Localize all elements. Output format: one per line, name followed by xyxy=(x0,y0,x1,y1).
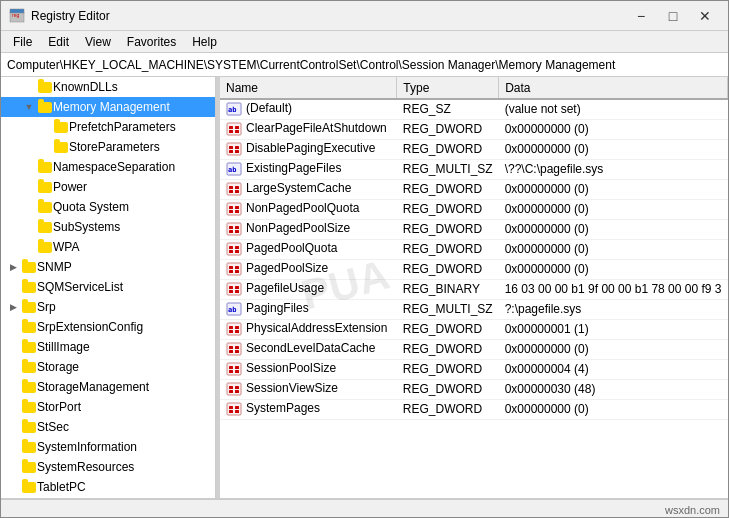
svg-rect-6 xyxy=(229,126,233,129)
tree-label-sysresources: SystemResources xyxy=(37,460,211,474)
tree-item-stillimage[interactable]: StillImage xyxy=(1,337,215,357)
cell-name-0: ab(Default) xyxy=(220,99,397,119)
expand-btn-power xyxy=(21,179,37,195)
svg-rect-5 xyxy=(227,123,241,135)
folder-icon-prefetchparams xyxy=(53,119,69,135)
table-row[interactable]: ab(Default)REG_SZ(value not set) xyxy=(220,99,728,119)
tree-item-stsec[interactable]: StSec xyxy=(1,417,215,437)
folder-icon-snmp xyxy=(21,259,37,275)
col-header-name[interactable]: Name xyxy=(220,77,397,99)
svg-rect-11 xyxy=(229,146,233,149)
tree-item-sysinfo[interactable]: SystemInformation xyxy=(1,437,215,457)
dword-icon xyxy=(226,361,242,377)
table-row[interactable]: PagedPoolQuotaREG_DWORD0x00000000 (0) xyxy=(220,239,728,259)
svg-rect-35 xyxy=(229,250,233,253)
menu-item-view[interactable]: View xyxy=(77,33,119,51)
window-controls[interactable]: − □ ✕ xyxy=(626,4,720,28)
menu-item-file[interactable]: File xyxy=(5,33,40,51)
tree-item-quotasys[interactable]: Quota System xyxy=(1,197,215,217)
minimize-button[interactable]: − xyxy=(626,4,656,28)
tree-item-power[interactable]: Power xyxy=(1,177,215,197)
tree-label-power: Power xyxy=(53,180,211,194)
tree-item-termserver[interactable]: ▶Terminal Server xyxy=(1,497,215,498)
cell-data-15: 0x00000000 (0) xyxy=(499,399,728,419)
col-header-type[interactable]: Type xyxy=(397,77,499,99)
tree-item-storport[interactable]: StorPort xyxy=(1,397,215,417)
cell-name-6: NonPagedPoolSize xyxy=(220,219,397,239)
table-row[interactable]: PagefileUsageREG_BINARY16 03 00 00 b1 9f… xyxy=(220,279,728,299)
cell-data-4: 0x00000000 (0) xyxy=(499,179,728,199)
folder-icon-srpextcfg xyxy=(21,319,37,335)
details-pane[interactable]: Name Type Data ab(Default)REG_SZ(value n… xyxy=(220,77,728,498)
tree-item-storeparams[interactable]: StoreParameters xyxy=(1,137,215,157)
svg-rect-52 xyxy=(229,330,233,333)
expand-btn-sysinfo xyxy=(5,439,21,455)
table-row[interactable]: DisablePagingExecutiveREG_DWORD0x0000000… xyxy=(220,139,728,159)
tree-item-storagemgmt[interactable]: StorageManagement xyxy=(1,377,215,397)
svg-rect-24 xyxy=(235,206,239,209)
table-row[interactable]: SystemPagesREG_DWORD0x00000000 (0) xyxy=(220,399,728,419)
cell-name-2: DisablePagingExecutive xyxy=(220,139,397,159)
table-row[interactable]: abPagingFilesREG_MULTI_SZ?:\pagefile.sys xyxy=(220,299,728,319)
cell-type-10: REG_MULTI_SZ xyxy=(397,299,499,319)
maximize-button[interactable]: □ xyxy=(658,4,688,28)
table-row[interactable]: SecondLevelDataCacheREG_DWORD0x00000000 … xyxy=(220,339,728,359)
svg-rect-38 xyxy=(229,266,233,269)
tree-item-snmp[interactable]: ▶SNMP xyxy=(1,257,215,277)
close-button[interactable]: ✕ xyxy=(690,4,720,28)
col-header-data[interactable]: Data xyxy=(499,77,728,99)
expand-btn-sqmservicelist xyxy=(5,279,21,295)
tree-label-sqmservicelist: SQMServiceList xyxy=(37,280,211,294)
svg-rect-34 xyxy=(235,246,239,249)
cell-data-11: 0x00000001 (1) xyxy=(499,319,728,339)
tree-item-srpextcfg[interactable]: SrpExtensionConfig xyxy=(1,317,215,337)
svg-rect-70 xyxy=(229,406,233,409)
tree-label-srpextcfg: SrpExtensionConfig xyxy=(37,320,211,334)
tree-item-memorymgmt[interactable]: ▼Memory Management xyxy=(1,97,215,117)
cell-data-0: (value not set) xyxy=(499,99,728,119)
table-row[interactable]: ClearPageFileAtShutdownREG_DWORD0x000000… xyxy=(220,119,728,139)
tree-item-tabletpc[interactable]: TabletPC xyxy=(1,477,215,497)
svg-rect-46 xyxy=(235,290,239,293)
cell-type-8: REG_DWORD xyxy=(397,259,499,279)
menu-item-help[interactable]: Help xyxy=(184,33,225,51)
svg-rect-60 xyxy=(229,366,233,369)
tree-item-wpa[interactable]: WPA xyxy=(1,237,215,257)
table-row[interactable]: PagedPoolSizeREG_DWORD0x00000000 (0) xyxy=(220,259,728,279)
svg-rect-63 xyxy=(235,370,239,373)
dword-icon xyxy=(226,261,242,277)
cell-data-13: 0x00000004 (4) xyxy=(499,359,728,379)
tree-item-sysresources[interactable]: SystemResources xyxy=(1,457,215,477)
tree-item-srp[interactable]: ▶Srp xyxy=(1,297,215,317)
expand-btn-srp[interactable]: ▶ xyxy=(5,299,21,315)
tree-item-subsystems[interactable]: SubSystems xyxy=(1,217,215,237)
svg-rect-17 xyxy=(227,183,241,195)
tree-pane[interactable]: KnownDLLs▼Memory ManagementPrefetchParam… xyxy=(1,77,216,498)
expand-btn-snmp[interactable]: ▶ xyxy=(5,259,21,275)
tree-label-sysinfo: SystemInformation xyxy=(37,440,211,454)
cell-data-8: 0x00000000 (0) xyxy=(499,259,728,279)
cell-type-6: REG_DWORD xyxy=(397,219,499,239)
table-row[interactable]: NonPagedPoolSizeREG_DWORD0x00000000 (0) xyxy=(220,219,728,239)
svg-rect-53 xyxy=(235,330,239,333)
table-row[interactable]: PhysicalAddressExtensionREG_DWORD0x00000… xyxy=(220,319,728,339)
table-row[interactable]: NonPagedPoolQuotaREG_DWORD0x00000000 (0) xyxy=(220,199,728,219)
tree-item-knowndlls[interactable]: KnownDLLs xyxy=(1,77,215,97)
table-row[interactable]: SessionPoolSizeREG_DWORD0x00000004 (4) xyxy=(220,359,728,379)
ab-icon: ab xyxy=(226,301,242,317)
tree-item-prefetchparams[interactable]: PrefetchParameters xyxy=(1,117,215,137)
tree-item-storage[interactable]: Storage xyxy=(1,357,215,377)
tree-item-namespacesep[interactable]: NamespaceSeparation xyxy=(1,157,215,177)
table-row[interactable]: SessionViewSizeREG_DWORD0x00000030 (48) xyxy=(220,379,728,399)
expand-btn-memorymgmt[interactable]: ▼ xyxy=(21,99,37,115)
menu-item-edit[interactable]: Edit xyxy=(40,33,77,51)
svg-rect-36 xyxy=(235,250,239,253)
table-row[interactable]: LargeSystemCacheREG_DWORD0x00000000 (0) xyxy=(220,179,728,199)
table-row[interactable]: abExistingPageFilesREG_MULTI_SZ\??\C:\pa… xyxy=(220,159,728,179)
svg-rect-65 xyxy=(229,386,233,389)
tree-item-sqmservicelist[interactable]: SQMServiceList xyxy=(1,277,215,297)
svg-rect-54 xyxy=(227,343,241,355)
expand-btn-namespacesep xyxy=(21,159,37,175)
tree-label-wpa: WPA xyxy=(53,240,211,254)
menu-item-favorites[interactable]: Favorites xyxy=(119,33,184,51)
